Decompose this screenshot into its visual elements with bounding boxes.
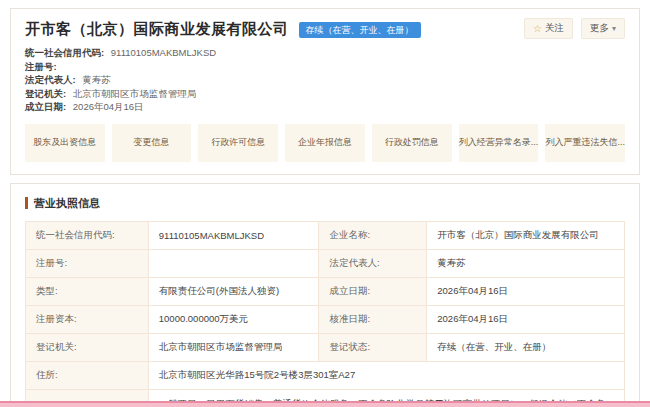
table-row: 类型: 有限责任公司(外国法人独资) 成立日期: 2026年04月16日 — [26, 277, 625, 305]
cell-label: 法定代表人: — [319, 249, 427, 277]
tab-abnormal-list[interactable]: 列入经营异常名录... — [459, 124, 539, 162]
cell-value: 开市客（北京）国际商业发展有限公司 — [427, 221, 625, 249]
chevron-down-icon: ▾ — [612, 24, 616, 33]
cell-value — [148, 249, 319, 277]
license-info-card: 营业执照信息 统一社会信用代码: 91110105MAKBMLJKSD 企业名称… — [10, 183, 640, 407]
tab-annual-report[interactable]: 企业年报信息 — [285, 124, 365, 162]
cell-value: 10000.000000万美元 — [148, 305, 319, 333]
summary-value: 2026年04月16日 — [73, 101, 144, 112]
cell-value: 北京市朝阳区光华路15号院2号楼3层301室A27 — [148, 361, 624, 389]
table-row: 注册资本: 10000.000000万美元 核准日期: 2026年04月16日 — [26, 305, 625, 333]
tab-admin-license[interactable]: 行政许可信息 — [198, 124, 278, 162]
cell-label: 类型: — [26, 277, 149, 305]
cell-value: 2026年04月16日 — [427, 277, 625, 305]
info-tabs: 股东及出资信息 变更信息 行政许可信息 企业年报信息 行政处罚信息 列入经营异常… — [25, 124, 625, 162]
more-button[interactable]: 更多 ▾ — [581, 18, 625, 39]
tab-changes[interactable]: 变更信息 — [112, 124, 192, 162]
cell-label: 成立日期: — [319, 277, 427, 305]
cell-value: 91110105MAKBMLJKSD — [148, 221, 319, 249]
section-header: 营业执照信息 — [25, 196, 625, 211]
cell-value: 2026年04月16日 — [427, 305, 625, 333]
table-row-address: 住所: 北京市朝阳区光华路15号院2号楼3层301室A27 — [26, 361, 625, 389]
summary-label: 成立日期: — [25, 101, 66, 112]
cell-label: 注册资本: — [26, 305, 149, 333]
header-actions: ☆ 关注 更多 ▾ — [524, 18, 625, 39]
cell-value: 北京市朝阳区市场监督管理局 — [148, 333, 319, 361]
company-name: 开市客（北京）国际商业发展有限公司 — [25, 20, 289, 39]
cell-label: 统一社会信用代码: — [26, 221, 149, 249]
license-table: 统一社会信用代码: 91110105MAKBMLJKSD 企业名称: 开市客（北… — [25, 221, 625, 407]
table-row: 注册号: 法定代表人: 黄寿苏 — [26, 249, 625, 277]
summary-line-establish-date: 成立日期: 2026年04月16日 — [25, 100, 625, 114]
section-marker-icon — [25, 197, 28, 209]
cell-value: 存续（在营、开业、在册） — [427, 333, 625, 361]
status-badge: 存续（在营、开业、在册） — [299, 22, 421, 38]
summary-label: 注册号: — [25, 61, 57, 72]
title-row: 开市客（北京）国际商业发展有限公司 存续（在营、开业、在册） ☆ 关注 更多 ▾ — [25, 20, 625, 39]
summary-value: 北京市朝阳区市场监督管理局 — [73, 88, 197, 99]
cell-label: 企业名称: — [319, 221, 427, 249]
summary-value: 黄寿苏 — [82, 74, 111, 85]
summary-line-registry: 登记机关: 北京市朝阳区市场监督管理局 — [25, 87, 625, 101]
summary-label: 统一社会信用代码: — [25, 47, 104, 58]
cell-value: 有限责任公司(外国法人独资) — [148, 277, 319, 305]
summary-label: 法定代表人: — [25, 74, 76, 85]
cell-label: 注册号: — [26, 249, 149, 277]
bottom-highlight-bar — [0, 401, 650, 407]
summary-label: 登记机关: — [25, 88, 66, 99]
company-summary: 统一社会信用代码: 91110105MAKBMLJKSD 注册号: 法定代表人:… — [25, 46, 625, 114]
cell-label: 住所: — [26, 361, 149, 389]
table-row: 登记机关: 北京市朝阳区市场监督管理局 登记状态: 存续（在营、开业、在册） — [26, 333, 625, 361]
summary-line-credit-code: 统一社会信用代码: 91110105MAKBMLJKSD — [25, 46, 625, 60]
summary-value: 91110105MAKBMLJKSD — [111, 47, 216, 58]
cell-label: 登记机关: — [26, 333, 149, 361]
cell-label: 核准日期: — [319, 305, 427, 333]
summary-line-reg-number: 注册号: — [25, 60, 625, 74]
section-title: 营业执照信息 — [34, 196, 100, 211]
table-row: 统一社会信用代码: 91110105MAKBMLJKSD 企业名称: 开市客（北… — [26, 221, 625, 249]
more-label: 更多 — [590, 22, 609, 35]
tab-serious-violation[interactable]: 列入严重违法失信... — [545, 124, 625, 162]
star-icon: ☆ — [533, 23, 542, 34]
tab-shareholders[interactable]: 股东及出资信息 — [25, 124, 105, 162]
summary-line-legal-rep: 法定代表人: 黄寿苏 — [25, 73, 625, 87]
page: 开市客（北京）国际商业发展有限公司 存续（在营、开业、在册） ☆ 关注 更多 ▾… — [0, 0, 650, 407]
cell-label: 登记状态: — [319, 333, 427, 361]
cell-value: 黄寿苏 — [427, 249, 625, 277]
tab-admin-penalty[interactable]: 行政处罚信息 — [372, 124, 452, 162]
follow-label: 关注 — [545, 22, 564, 35]
company-header-card: 开市客（北京）国际商业发展有限公司 存续（在营、开业、在册） ☆ 关注 更多 ▾… — [10, 8, 640, 175]
follow-button[interactable]: ☆ 关注 — [524, 18, 573, 39]
